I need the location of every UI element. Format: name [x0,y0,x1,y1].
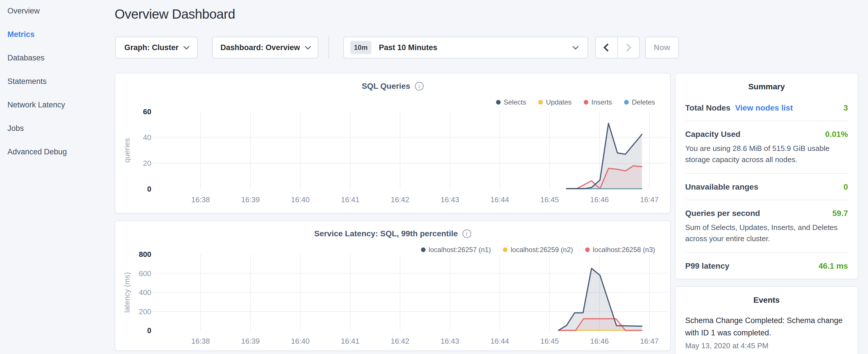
summary-label: Queries per second [685,209,760,218]
sidebar-item-statements[interactable]: Statements [0,70,109,93]
x-tick-label: 16:38 [191,195,210,204]
summary-row-capacity-used: Capacity Used0.01%You are using 28.6 MiB… [685,121,848,173]
summary-value: 59.7 [833,209,848,218]
y-axis-title: latency (ms) [123,272,131,313]
sidebar-item-metrics[interactable]: Metrics [0,23,109,46]
summary-value: 0.01% [825,130,848,139]
y-tick-label: 20 [143,159,151,167]
chart-plot[interactable]: 16:3816:3916:4016:4116:4216:4316:4416:45… [115,221,671,351]
summary-label: P99 latency [685,261,729,271]
events-panel: Events Schema Change Completed: Schema c… [675,286,858,354]
y-tick-label: 800 [139,250,151,259]
chevron-down-icon [183,43,189,50]
summary-description: Sum of Selects, Updates, Inserts, and De… [685,222,848,244]
page-title: Overview Dashboard [115,6,235,22]
sidebar-item-overview[interactable]: Overview [0,0,109,23]
x-tick-label: 16:45 [540,337,559,345]
summary-label: Unavailable ranges [685,183,758,192]
x-tick-label: 16:40 [291,195,309,204]
chevron-down-icon [572,43,579,50]
x-tick-label: 16:39 [241,195,260,204]
next-time-button[interactable] [617,37,639,58]
summary-value: 46.1 ms [818,261,848,271]
time-range-label: Past 10 Minutes [379,43,437,52]
graph-dropdown[interactable]: Graph: Cluster [115,37,198,58]
y-tick-label: 400 [139,288,151,297]
dashboard-dropdown-label: Dashboard: Overview [220,43,300,52]
summary-row-p99-latency: P99 latency46.1 ms [685,252,848,279]
y-tick-label: 200 [139,307,151,316]
chevron-left-icon [603,43,612,52]
time-range-dropdown[interactable]: 10m Past 10 Minutes [343,37,588,58]
sidebar-item-jobs[interactable]: Jobs [0,117,109,140]
y-tick-label: 0 [147,326,151,335]
y-tick-label: 60 [143,107,151,116]
time-range-badge: 10m [350,41,371,54]
summary-value: 3 [843,103,848,112]
sidebar: OverviewMetricsDatabasesStatementsNetwor… [0,0,109,353]
sidebar-item-advanced-debug[interactable]: Advanced Debug [0,140,109,164]
chart-plot[interactable]: 16:3816:3916:4016:4116:4216:4316:4416:45… [115,74,671,214]
x-tick-label: 16:47 [640,195,658,204]
x-tick-label: 16:46 [590,195,609,204]
service-latency-chart-card: Service Latency: SQL, 99th percentile i … [115,221,671,351]
summary-row-unavailable-ranges: Unavailable ranges0 [685,173,848,200]
summary-title: Summary [685,82,848,91]
summary-panel: Summary Total NodesView nodes list3Capac… [675,73,858,279]
summary-description: You are using 28.6 MiB of 515.9 GiB usab… [685,143,848,165]
summary-label: Total Nodes [685,103,731,112]
graph-dropdown-label: Graph: Cluster [124,43,179,52]
x-tick-label: 16:41 [341,195,359,204]
view-nodes-list-link[interactable]: View nodes list [735,103,793,112]
summary-rows: Total NodesView nodes list3Capacity Used… [685,95,848,279]
main-content: Overview Dashboard Graph: Cluster Dashbo… [115,0,671,354]
events-title: Events [685,296,848,305]
x-tick-label: 16:42 [391,337,409,345]
x-tick-label: 16:46 [590,337,609,345]
x-tick-label: 16:43 [440,195,459,204]
summary-label: Capacity Used [685,130,741,139]
chevron-right-icon [623,43,631,52]
x-tick-label: 16:43 [440,337,459,345]
x-tick-label: 16:42 [391,195,409,204]
y-tick-label: 600 [139,269,151,278]
x-tick-label: 16:45 [540,195,559,204]
now-button[interactable]: Now [645,37,679,58]
event-message: Schema Change Completed: Schema change w… [685,315,848,339]
x-tick-label: 16:47 [640,337,658,345]
y-axis-title: queries [123,138,131,162]
summary-value: 0 [843,183,848,192]
sql-queries-chart-card: SQL Queries i SelectsUpdatesInsertsDelet… [115,73,671,213]
y-tick-label: 40 [143,133,151,142]
x-tick-label: 16:39 [241,337,260,345]
x-tick-label: 16:41 [341,337,359,345]
x-tick-label: 16:38 [191,337,210,345]
time-pager [595,37,640,58]
y-tick-label: 0 [147,185,151,193]
summary-row-total-nodes: Total NodesView nodes list3 [685,95,848,121]
sidebar-item-network-latency[interactable]: Network Latency [0,93,109,117]
dashboard-dropdown[interactable]: Dashboard: Overview [212,37,318,58]
event-timestamp: May 13, 2020 at 4:45 PM [685,342,848,350]
toolbar-divider [329,37,329,58]
sidebar-item-databases[interactable]: Databases [0,46,109,70]
summary-row-queries-per-second: Queries per second59.7Sum of Selects, Up… [685,200,848,252]
toolbar: Graph: Cluster Dashboard: Overview 10m P… [115,37,671,58]
x-tick-label: 16:40 [291,337,309,345]
events-list: Schema Change Completed: Schema change w… [685,315,848,350]
x-tick-label: 16:44 [490,337,509,345]
x-tick-label: 16:44 [490,195,509,204]
prev-time-button[interactable] [596,37,617,58]
chevron-down-icon [305,43,311,50]
